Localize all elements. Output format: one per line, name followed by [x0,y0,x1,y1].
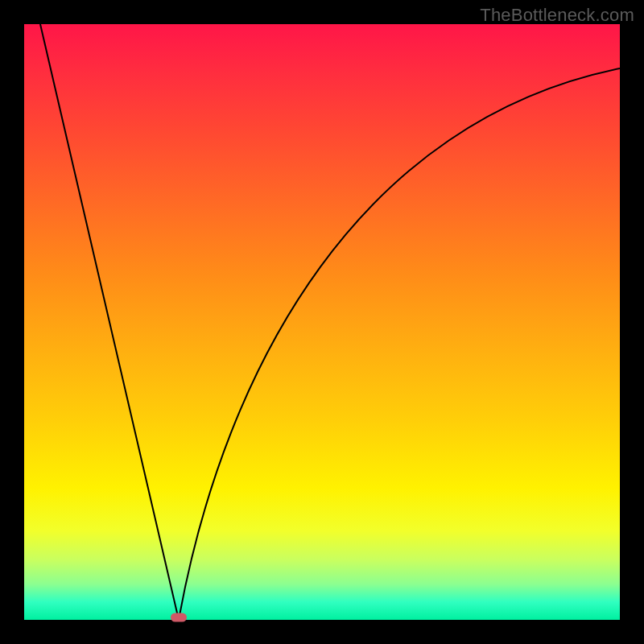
watermark-text: TheBottleneck.com [480,5,634,26]
chart-curve [24,24,620,620]
curve-left-branch [40,24,179,620]
min-marker [171,613,187,622]
plot-area [24,24,620,620]
curve-right-branch [179,68,620,620]
chart-container: TheBottleneck.com [0,0,644,644]
